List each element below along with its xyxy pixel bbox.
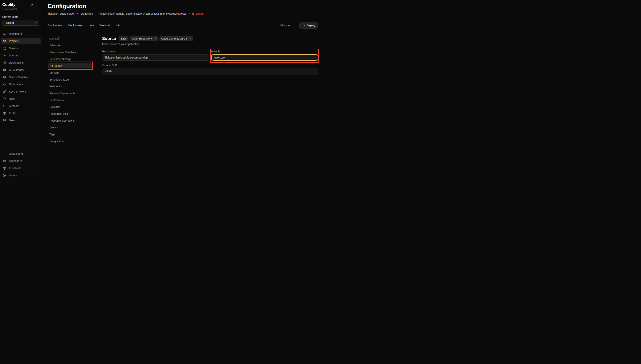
logout-icon	[3, 174, 6, 177]
breadcrumb: illicitonion quote server production ill…	[48, 12, 318, 15]
map-icon	[3, 61, 6, 64]
breadcrumb-environment[interactable]: production	[81, 12, 93, 15]
sidebar-item-sponsor-us[interactable]: Sponsor us	[1, 158, 41, 164]
sidebar-item-terminal[interactable]: Terminal	[1, 103, 41, 109]
subnav-item-resource-operations[interactable]: Resource Operations	[48, 118, 92, 123]
subnav-item-preview-deployments[interactable]: Preview Deployments	[48, 90, 92, 96]
theme-selector-icon[interactable]	[35, 4, 38, 6]
subnav-item-metrics[interactable]: Metrics	[48, 125, 92, 130]
section-description: Code source of your application.	[102, 42, 318, 46]
sidebar-item-logout[interactable]: Logout	[1, 172, 41, 178]
main-area: Configuration illicitonion quote server …	[42, 0, 321, 182]
git-source-panel: Source Save Open Repository Open Commits…	[102, 36, 318, 145]
repository-label: Repository	[102, 50, 209, 53]
sidebar-item-profile[interactable]: Profile	[1, 110, 41, 116]
variable-icon: x	[3, 76, 6, 79]
subnav-item-scheduled-tasks[interactable]: Scheduled Tasks	[48, 77, 92, 82]
sidebar-item-destinations[interactable]: Destinations	[1, 60, 41, 66]
sidebar: Coolify v4.0.0-beta.399 Current Team Hos…	[0, 0, 42, 182]
breadcrumb-project[interactable]: illicitonion quote server	[48, 12, 75, 15]
tab-deployments[interactable]: Deployments	[68, 24, 84, 27]
branch-input[interactable]: level-100	[211, 54, 318, 60]
subnav-item-advanced[interactable]: Advanced	[48, 43, 92, 48]
section-heading: Source	[102, 36, 116, 41]
sidebar-header: Coolify	[2, 2, 39, 7]
team-select-value: Hosting	[5, 21, 14, 24]
repository-input[interactable]	[102, 54, 209, 60]
config-subnav: General Advanced Environment Variables P…	[48, 36, 102, 145]
text-cursor	[225, 56, 225, 59]
tab-divider	[48, 30, 318, 30]
sidebar-item-notifications[interactable]: Notifications	[1, 82, 41, 87]
checklist-icon	[3, 152, 6, 156]
chevron-right-icon	[95, 13, 97, 15]
status-text: Exited	[196, 12, 203, 15]
svg-text:x: x	[4, 76, 5, 78]
theme-sun-icon[interactable]	[31, 3, 34, 6]
selector-icon	[292, 24, 295, 27]
current-team-label: Current Team	[2, 16, 39, 18]
git-diamond-icon	[3, 54, 6, 57]
subnav-item-healthcheck[interactable]: Healthcheck	[48, 98, 92, 102]
help-circle-icon	[3, 166, 6, 170]
home-icon	[3, 32, 6, 36]
users-group-icon	[3, 119, 6, 122]
subnav-item-environment-variables[interactable]: Environment Variables	[48, 50, 92, 55]
open-repository-button[interactable]: Open Repository	[130, 36, 158, 41]
sidebar-item-sources[interactable]: Sources	[1, 52, 41, 58]
tab-logs[interactable]: Logs	[89, 24, 95, 27]
play-icon	[302, 24, 305, 27]
sidebar-item-dashboard[interactable]: Dashboard	[1, 31, 41, 37]
subnav-item-servers[interactable]: Servers	[48, 70, 92, 75]
sidebar-item-projects[interactable]: Projects	[1, 38, 41, 44]
tab-links[interactable]: Links	[115, 24, 124, 27]
commit-sha-field: Commit SHA	[102, 64, 318, 74]
selector-icon	[122, 24, 124, 26]
layers-icon	[3, 39, 6, 43]
server-icon	[3, 46, 6, 50]
sidebar-item-s3-storages[interactable]: S3 Storages	[1, 67, 41, 73]
app-version: v4.0.0-beta.399	[2, 8, 39, 10]
coolify-app: Coolify v4.0.0-beta.399 Current Team Hos…	[0, 0, 321, 182]
subnav-item-danger-zone[interactable]: Danger Zone	[48, 138, 92, 144]
subnav-item-git-source[interactable]: Git Source	[48, 63, 92, 68]
status-dot-icon	[192, 13, 194, 15]
sidebar-item-shared-variables[interactable]: x Shared Variables	[1, 74, 41, 80]
save-button[interactable]: Save	[119, 36, 129, 41]
commit-sha-label: Commit SHA	[102, 64, 318, 67]
tab-terminal[interactable]: Terminal	[100, 24, 110, 27]
branch-field: Branch level-100	[211, 50, 318, 60]
subnav-item-general[interactable]: General	[48, 36, 92, 41]
sidebar-item-feedback[interactable]: Feedback	[1, 165, 41, 171]
bell-icon	[3, 83, 6, 86]
sidebar-item-onboarding[interactable]: Onboarding	[1, 151, 41, 156]
user-circle-icon	[3, 112, 6, 115]
team-select[interactable]: Hosting	[2, 20, 39, 26]
chevron-right-icon	[77, 13, 79, 15]
subnav-item-persistent-storage[interactable]: Persistent Storage	[48, 56, 92, 62]
sidebar-item-keys-tokens[interactable]: Keys & Tokens	[1, 89, 41, 94]
status-badge: Exited	[192, 12, 203, 15]
external-link-icon	[154, 38, 156, 40]
tab-bar: Configuration Deployments Logs Terminal …	[48, 22, 318, 29]
tab-configuration[interactable]: Configuration	[48, 24, 63, 27]
subnav-item-tags[interactable]: Tags	[48, 132, 92, 137]
app-logo: Coolify	[2, 2, 16, 7]
chevron-down-icon	[35, 22, 37, 24]
deploy-button[interactable]: Deploy	[299, 22, 318, 29]
advanced-dropdown[interactable]: Advanced	[279, 24, 295, 27]
subnav-item-resource-limits[interactable]: Resource Limits	[48, 111, 92, 116]
repository-field: Repository	[102, 50, 209, 60]
external-link-icon	[189, 38, 191, 40]
subnav-item-rollback[interactable]: Rollback	[48, 104, 92, 110]
page-title: Configuration	[48, 3, 318, 10]
heart-handshake-icon	[3, 159, 6, 163]
open-commits-button[interactable]: Open Commits on Git	[160, 36, 193, 41]
subnav-item-webhooks[interactable]: Webhooks	[48, 84, 92, 89]
breadcrumb-application[interactable]: illicitestonion/-module--decomposition:m…	[99, 12, 187, 15]
tag-icon	[3, 97, 6, 101]
sidebar-item-teams[interactable]: Teams	[1, 118, 41, 123]
sidebar-item-tags[interactable]: Tags	[1, 96, 41, 102]
commit-sha-input[interactable]	[102, 68, 318, 74]
sidebar-item-servers[interactable]: Servers	[1, 46, 41, 51]
